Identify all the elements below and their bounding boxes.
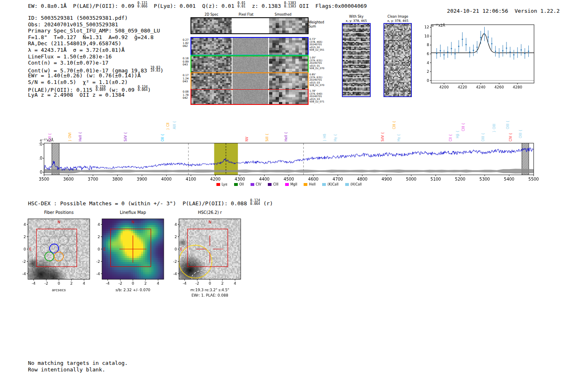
stacked-uncertainty: 0.010.01 — [237, 2, 245, 8]
cutout-left-label: 0.27 1.82 062 — [183, 39, 188, 48]
lineflux-map-panel — [91, 216, 173, 296]
pixel-flat-image — [232, 56, 268, 72]
header-summary-line: EW: 0.8±0.1Å P(LAE)/P(OII): 0.09 0.1310.… — [28, 2, 367, 9]
legend-swatch — [322, 183, 326, 186]
spectral-line-label: CIII { — [393, 110, 397, 129]
smoothed-image — [269, 56, 308, 72]
report-version: Version 1.22.2 — [515, 8, 560, 14]
pixel-flat-image — [232, 90, 268, 104]
cyan-divider — [190, 55, 309, 56]
2d-spec-image — [191, 90, 232, 104]
smoothed-image — [269, 73, 308, 89]
legend-item: (H)CaII — [345, 183, 362, 186]
stacked-uncertainty: 0.1240.064 — [250, 199, 260, 205]
2d-spec-image — [191, 18, 232, 33]
legend-item: MgII — [285, 183, 297, 186]
info-line: Primary Spec_Slot_IFU_AMP: 508_059_080_L… — [28, 28, 163, 34]
smoothed-image — [269, 38, 308, 55]
info-line: LyA z = 2.4908 OII z = 0.1384 — [28, 92, 163, 98]
stacked-uncertainty: 19.8319.83 — [150, 66, 160, 72]
cutout-right-label: 0.73" (378, 465) 20240701 v015_02 508_LU… — [309, 38, 324, 51]
col-header-pixelflat: Pixel Flat — [229, 13, 263, 16]
stacked-uncertainty: 0.13830.1383 — [284, 2, 296, 8]
clean-image-title: Clean Image — [382, 15, 413, 19]
line-fit-chart — [418, 21, 541, 93]
legend-swatch — [304, 183, 307, 186]
info-line: F=1.8" T=0.127 N̄=1.31 A=0.92 ḡ=24.8 — [28, 34, 163, 41]
hsc-dex-summary: HSC-DEX : Possible Matches = 0 (within +… — [28, 199, 273, 206]
pixel-flat-image — [232, 73, 268, 89]
info-line: Cont(w) = 5.70(±0.01)e-17 (gmag 19.83 19… — [28, 66, 163, 73]
stacked-uncertainty: 0.1310.066 — [137, 2, 147, 8]
cutout-left-label: 0.17 1.24 043 — [183, 74, 188, 84]
legend-item: CIII — [268, 183, 279, 186]
spectral-line-label: OIII { — [519, 119, 523, 138]
spectral-line-label: } CII — [166, 111, 171, 130]
hsc-cutout-xlabel2: EWr: 1. PLAE: 0.088 — [179, 293, 241, 297]
cutout-left-label: 0.18 0.89 043 — [183, 57, 188, 67]
legend-swatch — [345, 183, 349, 186]
spectral-line-label: Hβ { — [456, 123, 460, 138]
with-sky-coords: x, y: 378, 465 — [341, 19, 372, 23]
hsc-cutout-xlabel: m:19.3 re:3.2" s:4.5" — [179, 288, 241, 292]
fiber-positions-xlabel: arcsecs — [28, 288, 90, 292]
lineflux-map-title: Lineflux Map — [102, 210, 164, 215]
2d-spec-image — [191, 73, 232, 89]
info-line: P(LAE)/P(OII): 0.115 0.1590.089 (w: 0.09… — [28, 86, 163, 92]
col-header-smoothed: Smoothed — [266, 13, 300, 16]
info-line: ID: 5003529381 (5003529381.pdf) — [28, 15, 163, 21]
header-meta: 2024-10-21 12:06:56 Version 1.22.2 — [434, 2, 560, 20]
fiber-positions-panel — [16, 216, 99, 296]
info-line: λ = 4243.71Å σ = 3.72(±0.81)Å — [28, 47, 163, 53]
legend-swatch — [285, 183, 289, 186]
smoothed-image — [269, 18, 308, 33]
2d-spec-image — [191, 56, 232, 72]
info-line: Cont(n) = 3.10(±0.07)e-17 — [28, 60, 163, 66]
legend-swatch — [268, 183, 272, 186]
spectral-line-label: CIII { — [462, 112, 466, 131]
legend-item: CIV — [251, 183, 261, 186]
2d-spec-image — [191, 38, 232, 55]
info-line: EWr = 1.40(±0.26) (w: 0.76(±0.14))Å — [28, 72, 163, 79]
elixer-report-page: EW: 0.8±0.1Å P(LAE)/P(OII): 0.09 0.1310.… — [0, 0, 576, 392]
fit-chart-units: e⁻¹⁷x2Å — [432, 23, 445, 28]
smoothed-image — [269, 90, 308, 104]
legend-swatch — [234, 183, 238, 186]
detection-info-block: ID: 5003529381 (5003529381.pdf)Obs: 2024… — [28, 15, 163, 98]
pixel-flat-image — [232, 38, 268, 55]
stacked-uncertainty: 0.1590.089 — [95, 86, 105, 92]
cutout-right-label: 1.05" (379, 631) 20240701 v015_01 508_LU… — [309, 56, 324, 70]
legend-item: OII — [234, 183, 244, 186]
footer-line-1: No matching targets in catalog. — [28, 360, 128, 366]
spectral-line-label: AlII { — [173, 109, 177, 129]
legend-swatch — [216, 183, 220, 186]
cutout-left-label: 0.08 1.78 042 — [183, 90, 188, 100]
clean-image — [384, 24, 411, 96]
legend-item: (K)CaII — [322, 183, 339, 186]
col-header-2dspec: 2D Spec — [194, 13, 229, 16]
info-line: LineFlux = 1.50(±0.28)e-16 — [28, 53, 163, 60]
with-sky-image — [343, 24, 370, 96]
hsc-cutout-title: HSC(26.2) r — [179, 210, 241, 215]
clean-image-coords: x, y: 378, 465 — [382, 19, 413, 23]
cutout-right-label: 0.85" (379, 631) 20240701 v015_03 508_LU… — [309, 73, 324, 87]
spectrum-legend: LyαOIICIVCIIIMgIIHeII(K)CaII(H)CaII — [39, 183, 539, 186]
hsc-cutout-panel — [167, 216, 250, 296]
cutout-right-label: 1.78" (379, 640) 20240701 v015_03 508_LU… — [309, 90, 324, 103]
spectrum-units: e⁻¹⁷x2Å — [40, 138, 53, 142]
lineflux-map-xlabel: s/b: 2.32 +/- 0.070 — [102, 288, 164, 292]
legend-item: HeII — [304, 183, 316, 186]
stacked-uncertainty: 0.1340.064 — [138, 86, 148, 92]
footer-line-2: Row intentionally blank. — [28, 366, 105, 373]
info-line: S/N = 6.1(±0.5) χ² = 1.1(±0.2) — [28, 79, 163, 86]
with-sky-title: With Sky — [341, 15, 372, 19]
legend-swatch — [251, 183, 254, 186]
report-datetime: 2024-10-21 12:06:56 — [447, 8, 508, 14]
weighted-sum-label: Weighted Sum — [309, 21, 324, 29]
fiber-positions-title: Fiber Positions — [28, 210, 90, 215]
spectral-line-label: } OIII — [492, 111, 497, 132]
legend-item: Lyα — [216, 183, 228, 186]
info-line: RA,Dec (211.548019,49.658745) — [28, 40, 163, 47]
info-line: Obs: 20240701v015_5003529381 — [28, 21, 163, 28]
